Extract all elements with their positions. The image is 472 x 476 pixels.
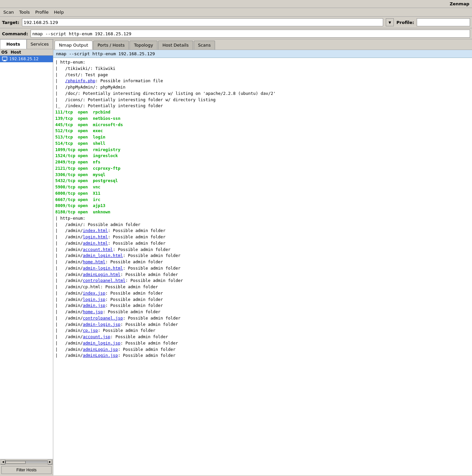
- svg-rect-0: [2, 57, 7, 60]
- host-list: 192.168.25.12: [0, 56, 53, 459]
- tab-scans[interactable]: Scans: [194, 41, 215, 50]
- menu-scan[interactable]: Scan: [1, 9, 16, 15]
- target-input[interactable]: [22, 18, 383, 26]
- profile-input[interactable]: [417, 18, 470, 26]
- profile-label: Profile:: [396, 20, 414, 25]
- svg-rect-1: [4, 60, 6, 61]
- left-panel: Hosts Services OS Host 192.168.25.12: [0, 39, 53, 475]
- filter-hosts-button[interactable]: Filter Hosts: [1, 466, 52, 474]
- command-label: Command:: [2, 31, 28, 36]
- main-area: Hosts Services OS Host 192.168.25.12: [0, 39, 472, 475]
- target-label: Target:: [2, 20, 19, 25]
- menu-profile[interactable]: Profile: [33, 9, 51, 15]
- host-service-tabs: Hosts Services: [0, 39, 53, 49]
- command-input[interactable]: [31, 30, 470, 38]
- tab-nmap-output[interactable]: Nmap Output: [55, 41, 93, 50]
- host-os-icon: [1, 56, 8, 62]
- left-scrollbar[interactable]: ◀ ▶: [0, 459, 53, 464]
- col-os-header: OS: [1, 50, 11, 55]
- menu-tools[interactable]: Tools: [17, 9, 32, 15]
- tab-host-details[interactable]: Host Details: [158, 41, 193, 50]
- host-columns: OS Host: [0, 49, 53, 56]
- toolbar: Target: ▼ Profile:: [0, 17, 472, 28]
- title-bar: Zenmap: [0, 0, 472, 8]
- command-bar: Command:: [0, 28, 472, 39]
- nmap-tabs: Nmap Output Ports / Hosts Topology Host …: [53, 39, 472, 50]
- app-title: Zenmap: [450, 1, 469, 6]
- target-dropdown[interactable]: ▼: [386, 18, 394, 26]
- filter-hosts-area: Filter Hosts: [0, 464, 53, 475]
- nmap-output[interactable]: | http-enum: | /tikiwiki/: Tikiwiki | /t…: [53, 58, 472, 475]
- scroll-right-arrow[interactable]: ▶: [48, 460, 52, 464]
- host-ip: 192.168.25.12: [9, 57, 39, 61]
- chevron-down-icon: ▼: [388, 21, 391, 24]
- menu-help[interactable]: Help: [52, 9, 66, 15]
- menu-bar: Scan Tools Profile Help: [0, 8, 472, 17]
- scrollbar-thumb[interactable]: [6, 461, 26, 464]
- tab-services[interactable]: Services: [27, 39, 53, 49]
- host-row[interactable]: 192.168.25.12: [0, 56, 53, 62]
- right-panel: Nmap Output Ports / Hosts Topology Host …: [53, 39, 472, 475]
- svg-rect-2: [3, 61, 6, 61]
- nmap-command-display: nmap --script http-enum 192.168.25.129: [53, 50, 472, 58]
- tab-hosts[interactable]: Hosts: [0, 39, 27, 49]
- scroll-left-arrow[interactable]: ◀: [1, 460, 5, 464]
- monitor-icon: [2, 57, 7, 61]
- tab-topology[interactable]: Topology: [129, 41, 157, 50]
- scrollbar-track[interactable]: [5, 461, 48, 463]
- tab-ports-hosts[interactable]: Ports / Hosts: [93, 41, 129, 50]
- col-host-header: Host: [11, 50, 52, 55]
